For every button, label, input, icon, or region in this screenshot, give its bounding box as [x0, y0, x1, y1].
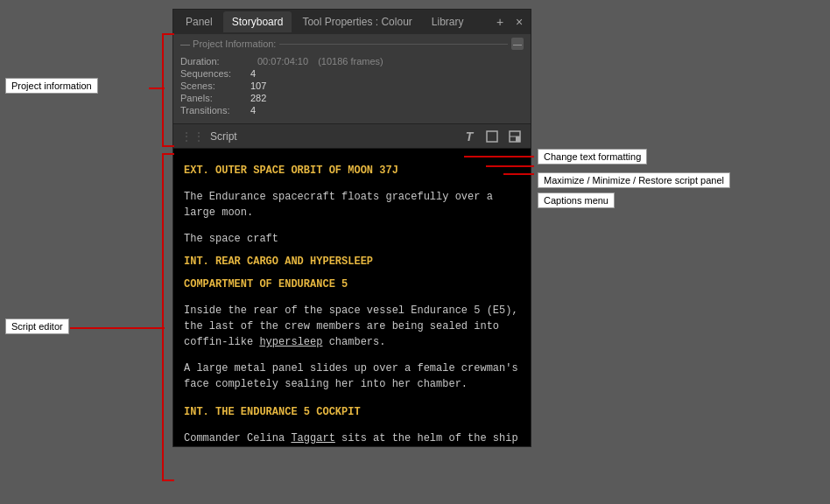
script-toolbar: ⋮⋮ Script T: [173, 124, 531, 149]
script-editor-content[interactable]: EXT. OUTER SPACE ORBIT OF MOON 37J The E…: [173, 149, 531, 446]
project-info-annotation: Project information: [5, 78, 98, 94]
project-info-section: — Project Information: — Duration: 00:07…: [173, 34, 531, 124]
captions-menu-button[interactable]: [506, 128, 524, 145]
tab-panel[interactable]: Panel: [177, 11, 222, 32]
tab-tool-props[interactable]: Tool Properties : Colour: [293, 11, 420, 32]
toolbar-icons: T: [461, 128, 524, 145]
script-line-scene-2b: COMPARTMENT OF ENDURANCE 5: [184, 276, 520, 292]
tab-bar: Panel Storyboard Tool Properties : Colou…: [173, 10, 531, 34]
maximize-restore-button[interactable]: [483, 128, 501, 145]
script-spacer-6: [184, 420, 520, 425]
project-info-bracket: [162, 33, 174, 147]
max-min-annotation: Maximize / Minimize / Restore script pan…: [538, 172, 730, 188]
section-header: — Project Information: —: [180, 38, 524, 50]
info-row-panels: Panels: 282: [180, 92, 524, 104]
tab-actions: + ×: [492, 14, 527, 30]
collapse-button[interactable]: —: [511, 38, 524, 50]
script-spacer-2: [184, 220, 520, 226]
script-spacer-5: [184, 392, 520, 397]
script-section: ⋮⋮ Script T EXT. O: [173, 124, 531, 446]
svg-rect-3: [516, 136, 520, 142]
main-panel: Panel Storyboard Tool Properties : Colou…: [172, 9, 531, 447]
text-format-button[interactable]: T: [461, 128, 478, 145]
info-row-duration: Duration: 00:07:04:10 (10186 frames): [180, 55, 524, 67]
script-line-action-1: The Endurance spacecraft floats graceful…: [184, 189, 520, 220]
svg-rect-0: [487, 131, 497, 142]
drag-handle: ⋮⋮: [180, 130, 205, 144]
script-spacer-3: [184, 292, 520, 298]
tab-storyboard[interactable]: Storyboard: [223, 11, 292, 32]
script-editor-annotation: Script editor: [5, 318, 69, 334]
captions-connector: [503, 173, 534, 175]
script-label: Script: [210, 130, 461, 143]
script-line-action-4: A large metal panel slides up over a fem…: [184, 360, 520, 392]
section-header-text: — Project Information:: [180, 38, 276, 49]
change-text-annotation: Change text formatting: [538, 149, 647, 164]
info-row-sequences: Sequences: 4: [180, 67, 524, 80]
script-spacer-1: [184, 178, 520, 184]
script-editor-bracket: [162, 153, 174, 481]
add-tab-button[interactable]: +: [492, 14, 508, 30]
close-panel-button[interactable]: ×: [511, 14, 527, 30]
script-line-scene-1: EXT. OUTER SPACE ORBIT OF MOON 37J: [184, 163, 520, 178]
script-line-action-3: Inside the rear of the space vessel Endu…: [184, 303, 520, 350]
project-info-connector: [149, 88, 165, 89]
info-table: Duration: 00:07:04:10 (10186 frames) Seq…: [180, 55, 524, 116]
change-text-connector: [464, 156, 534, 158]
info-row-scenes: Scenes: 107: [180, 80, 524, 92]
tab-library[interactable]: Library: [423, 11, 473, 32]
captions-annotation: Captions menu: [538, 192, 615, 208]
header-line: [279, 44, 508, 45]
info-row-transitions: Transitions: 4: [180, 104, 524, 116]
script-line-action-2: The space craft: [184, 231, 520, 247]
script-spacer-4: [184, 350, 520, 355]
script-editor-connector: [70, 327, 165, 329]
script-line-action-5: Commander Celina Taggart sits at the hel…: [184, 430, 520, 446]
max-min-connector: [486, 165, 534, 167]
script-line-scene-2: INT. REAR CARGO AND HYPERSLEEP: [184, 254, 520, 270]
script-line-scene-3: INT. THE ENDURANCE 5 COCKPIT: [184, 404, 520, 420]
